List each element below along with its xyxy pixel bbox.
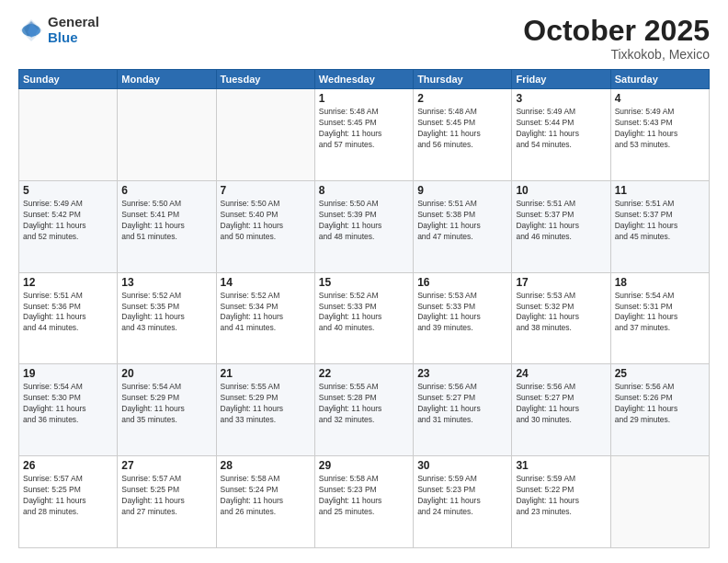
calendar-cell: 26Sunrise: 5:57 AM Sunset: 5:25 PM Dayli… (19, 456, 118, 548)
day-info: Sunrise: 5:52 AM Sunset: 5:35 PM Dayligh… (121, 291, 211, 335)
day-number: 2 (417, 92, 507, 105)
day-number: 14 (221, 276, 311, 289)
day-number: 24 (516, 367, 606, 380)
calendar-cell: 11Sunrise: 5:51 AM Sunset: 5:37 PM Dayli… (610, 180, 709, 272)
title-block: October 2025 Tixkokob, Mexico (523, 15, 710, 62)
calendar-cell: 5Sunrise: 5:49 AM Sunset: 5:42 PM Daylig… (19, 180, 118, 272)
logo-general: General (48, 15, 99, 30)
day-info: Sunrise: 5:49 AM Sunset: 5:44 PM Dayligh… (516, 107, 606, 151)
day-info: Sunrise: 5:56 AM Sunset: 5:27 PM Dayligh… (516, 382, 606, 426)
calendar-cell: 31Sunrise: 5:59 AM Sunset: 5:22 PM Dayli… (512, 456, 610, 548)
weekday-header: Sunday (19, 70, 118, 89)
calendar-cell: 25Sunrise: 5:56 AM Sunset: 5:26 PM Dayli… (610, 364, 709, 456)
day-number: 9 (417, 184, 507, 197)
day-info: Sunrise: 5:55 AM Sunset: 5:28 PM Dayligh… (319, 382, 409, 426)
day-info: Sunrise: 5:58 AM Sunset: 5:23 PM Dayligh… (319, 474, 409, 518)
calendar-cell: 15Sunrise: 5:52 AM Sunset: 5:33 PM Dayli… (314, 272, 413, 364)
day-info: Sunrise: 5:54 AM Sunset: 5:29 PM Dayligh… (121, 382, 211, 426)
day-info: Sunrise: 5:58 AM Sunset: 5:24 PM Dayligh… (221, 474, 311, 518)
calendar-cell (216, 89, 314, 181)
day-info: Sunrise: 5:50 AM Sunset: 5:39 PM Dayligh… (319, 199, 409, 243)
calendar-cell: 13Sunrise: 5:52 AM Sunset: 5:35 PM Dayli… (118, 272, 216, 364)
calendar-cell: 20Sunrise: 5:54 AM Sunset: 5:29 PM Dayli… (118, 364, 216, 456)
day-number: 12 (23, 276, 113, 289)
day-number: 31 (516, 459, 606, 472)
calendar-cell: 18Sunrise: 5:54 AM Sunset: 5:31 PM Dayli… (610, 272, 709, 364)
month-title: October 2025 (523, 15, 710, 47)
day-info: Sunrise: 5:56 AM Sunset: 5:26 PM Dayligh… (615, 382, 705, 426)
header: General Blue October 2025 Tixkokob, Mexi… (18, 15, 710, 62)
calendar-cell: 16Sunrise: 5:53 AM Sunset: 5:33 PM Dayli… (414, 272, 512, 364)
day-info: Sunrise: 5:54 AM Sunset: 5:31 PM Dayligh… (615, 291, 705, 335)
day-number: 4 (615, 92, 705, 105)
day-number: 26 (23, 459, 113, 472)
weekday-header: Thursday (414, 70, 512, 89)
day-number: 20 (121, 367, 211, 380)
day-number: 11 (615, 184, 705, 197)
calendar-cell: 22Sunrise: 5:55 AM Sunset: 5:28 PM Dayli… (314, 364, 413, 456)
day-number: 10 (516, 184, 606, 197)
calendar-cell: 28Sunrise: 5:58 AM Sunset: 5:24 PM Dayli… (216, 456, 314, 548)
day-number: 1 (319, 92, 409, 105)
logo-icon (18, 17, 44, 43)
day-info: Sunrise: 5:50 AM Sunset: 5:40 PM Dayligh… (221, 199, 311, 243)
calendar-cell: 1Sunrise: 5:48 AM Sunset: 5:45 PM Daylig… (314, 89, 413, 181)
day-info: Sunrise: 5:57 AM Sunset: 5:25 PM Dayligh… (121, 474, 211, 518)
day-info: Sunrise: 5:51 AM Sunset: 5:36 PM Dayligh… (23, 291, 113, 335)
day-number: 23 (417, 367, 507, 380)
weekday-header: Saturday (610, 70, 709, 89)
day-info: Sunrise: 5:49 AM Sunset: 5:42 PM Dayligh… (23, 199, 113, 243)
calendar-cell: 23Sunrise: 5:56 AM Sunset: 5:27 PM Dayli… (414, 364, 512, 456)
day-info: Sunrise: 5:53 AM Sunset: 5:33 PM Dayligh… (417, 291, 507, 335)
day-info: Sunrise: 5:52 AM Sunset: 5:33 PM Dayligh… (319, 291, 409, 335)
weekday-header: Tuesday (216, 70, 314, 89)
day-number: 19 (23, 367, 113, 380)
day-number: 13 (121, 276, 211, 289)
calendar-cell: 6Sunrise: 5:50 AM Sunset: 5:41 PM Daylig… (118, 180, 216, 272)
calendar-cell: 7Sunrise: 5:50 AM Sunset: 5:40 PM Daylig… (216, 180, 314, 272)
day-number: 25 (615, 367, 705, 380)
calendar-table: SundayMondayTuesdayWednesdayThursdayFrid… (18, 69, 710, 548)
calendar-week-row: 1Sunrise: 5:48 AM Sunset: 5:45 PM Daylig… (19, 89, 710, 181)
calendar-cell (19, 89, 118, 181)
weekday-header: Friday (512, 70, 610, 89)
day-number: 27 (121, 459, 211, 472)
location: Tixkokob, Mexico (523, 47, 710, 62)
day-number: 5 (23, 184, 113, 197)
calendar-cell: 12Sunrise: 5:51 AM Sunset: 5:36 PM Dayli… (19, 272, 118, 364)
calendar-cell: 17Sunrise: 5:53 AM Sunset: 5:32 PM Dayli… (512, 272, 610, 364)
calendar-cell: 14Sunrise: 5:52 AM Sunset: 5:34 PM Dayli… (216, 272, 314, 364)
calendar-cell: 19Sunrise: 5:54 AM Sunset: 5:30 PM Dayli… (19, 364, 118, 456)
logo: General Blue (18, 15, 99, 45)
calendar-cell (610, 456, 709, 548)
day-number: 3 (516, 92, 606, 105)
day-info: Sunrise: 5:51 AM Sunset: 5:37 PM Dayligh… (516, 199, 606, 243)
weekday-header: Wednesday (314, 70, 413, 89)
calendar-cell: 10Sunrise: 5:51 AM Sunset: 5:37 PM Dayli… (512, 180, 610, 272)
day-info: Sunrise: 5:54 AM Sunset: 5:30 PM Dayligh… (23, 382, 113, 426)
weekday-header-row: SundayMondayTuesdayWednesdayThursdayFrid… (19, 70, 710, 89)
day-number: 15 (319, 276, 409, 289)
day-info: Sunrise: 5:51 AM Sunset: 5:37 PM Dayligh… (615, 199, 705, 243)
day-info: Sunrise: 5:59 AM Sunset: 5:22 PM Dayligh… (516, 474, 606, 518)
day-number: 28 (221, 459, 311, 472)
day-info: Sunrise: 5:51 AM Sunset: 5:38 PM Dayligh… (417, 199, 507, 243)
calendar-cell: 8Sunrise: 5:50 AM Sunset: 5:39 PM Daylig… (314, 180, 413, 272)
day-info: Sunrise: 5:52 AM Sunset: 5:34 PM Dayligh… (221, 291, 311, 335)
calendar-cell: 21Sunrise: 5:55 AM Sunset: 5:29 PM Dayli… (216, 364, 314, 456)
day-number: 7 (221, 184, 311, 197)
day-number: 6 (121, 184, 211, 197)
calendar-cell: 24Sunrise: 5:56 AM Sunset: 5:27 PM Dayli… (512, 364, 610, 456)
day-number: 17 (516, 276, 606, 289)
calendar-cell: 3Sunrise: 5:49 AM Sunset: 5:44 PM Daylig… (512, 89, 610, 181)
logo-text-block: General Blue (48, 15, 99, 45)
calendar-cell: 29Sunrise: 5:58 AM Sunset: 5:23 PM Dayli… (314, 456, 413, 548)
day-info: Sunrise: 5:48 AM Sunset: 5:45 PM Dayligh… (319, 107, 409, 151)
calendar-cell: 27Sunrise: 5:57 AM Sunset: 5:25 PM Dayli… (118, 456, 216, 548)
calendar-week-row: 5Sunrise: 5:49 AM Sunset: 5:42 PM Daylig… (19, 180, 710, 272)
calendar-cell: 2Sunrise: 5:48 AM Sunset: 5:45 PM Daylig… (414, 89, 512, 181)
calendar-week-row: 19Sunrise: 5:54 AM Sunset: 5:30 PM Dayli… (19, 364, 710, 456)
day-number: 22 (319, 367, 409, 380)
calendar-week-row: 26Sunrise: 5:57 AM Sunset: 5:25 PM Dayli… (19, 456, 710, 548)
day-info: Sunrise: 5:57 AM Sunset: 5:25 PM Dayligh… (23, 474, 113, 518)
